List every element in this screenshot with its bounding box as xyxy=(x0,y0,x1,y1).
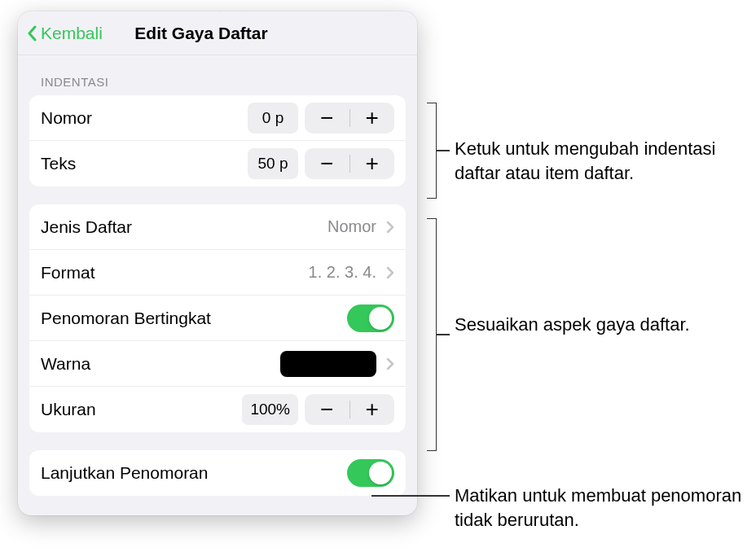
size-label: Ukuran xyxy=(41,400,96,419)
callout-leader-3 xyxy=(371,495,450,497)
size-value[interactable]: 100% xyxy=(242,394,298,425)
row-list-type[interactable]: Jenis Daftar Nomor xyxy=(29,204,406,250)
row-format[interactable]: Format 1. 2. 3. 4. xyxy=(29,250,406,296)
format-value: 1. 2. 3. 4. xyxy=(309,263,376,282)
popover-title: Edit Gaya Daftar xyxy=(134,24,267,43)
continue-label: Lanjutkan Penomoran xyxy=(41,463,208,483)
tiered-label: Penomoran Bertingkat xyxy=(41,309,211,328)
chevron-right-icon xyxy=(386,266,394,279)
row-color[interactable]: Warna xyxy=(29,341,406,387)
indent-number-increment[interactable]: + xyxy=(350,105,395,131)
indent-text-stepper: − + xyxy=(305,148,394,179)
row-tiered-numbering: Penomoran Bertingkat xyxy=(29,296,406,341)
size-stepper: − + xyxy=(305,394,394,425)
callout-bracket-2 xyxy=(427,218,437,451)
indent-number-label: Nomor xyxy=(41,108,92,128)
back-label: Kembali xyxy=(41,24,103,43)
color-label: Warna xyxy=(41,354,90,374)
row-indent-number: Nomor 0 p − + xyxy=(29,95,406,141)
indent-card: Nomor 0 p − + Teks 50 p xyxy=(29,95,406,186)
callout-leader-1 xyxy=(437,150,450,151)
size-increment[interactable]: + xyxy=(350,396,395,423)
callout-text-1: Ketuk untuk mengubah indentasi daftar at… xyxy=(455,137,740,185)
popover-body: INDENTASI Nomor 0 p − + Teks xyxy=(18,55,417,515)
row-indent-text: Teks 50 p − + xyxy=(29,141,406,186)
callout-leader-2 xyxy=(437,334,450,335)
indent-number-decrement[interactable]: − xyxy=(305,105,349,131)
callout-bracket-1 xyxy=(427,103,437,199)
popover-header: Kembali Edit Gaya Daftar xyxy=(18,11,417,55)
indent-number-value[interactable]: 0 p xyxy=(248,103,298,134)
tiered-toggle[interactable] xyxy=(347,304,394,332)
color-swatch xyxy=(280,351,376,377)
row-continue-numbering: Lanjutkan Penomoran xyxy=(29,450,406,496)
callout-text-2: Sesuaikan aspek gaya daftar. xyxy=(455,313,690,337)
chevron-right-icon xyxy=(386,221,394,234)
continue-toggle[interactable] xyxy=(347,459,394,487)
chevron-left-icon xyxy=(26,24,39,42)
format-label: Format xyxy=(41,263,95,283)
indent-text-value[interactable]: 50 p xyxy=(248,148,298,179)
size-decrement[interactable]: − xyxy=(305,396,349,423)
indent-text-increment[interactable]: + xyxy=(350,151,395,177)
style-card: Jenis Daftar Nomor Format 1. 2. 3. 4. xyxy=(29,204,406,432)
indent-text-label: Teks xyxy=(41,154,76,173)
back-button[interactable]: Kembali xyxy=(26,24,103,43)
indent-number-stepper: − + xyxy=(305,103,394,134)
list-type-label: Jenis Daftar xyxy=(41,217,132,237)
indent-text-decrement[interactable]: − xyxy=(305,151,349,177)
continue-card: Lanjutkan Penomoran xyxy=(29,450,406,496)
callout-text-3: Matikan untuk membuat penomoran tidak be… xyxy=(455,484,748,532)
list-type-value: Nomor xyxy=(327,217,376,236)
section-label-indent: INDENTASI xyxy=(29,64,406,95)
chevron-right-icon xyxy=(386,357,394,370)
row-size: Ukuran 100% − + xyxy=(29,387,406,432)
edit-list-style-popover: Kembali Edit Gaya Daftar INDENTASI Nomor… xyxy=(18,11,417,515)
